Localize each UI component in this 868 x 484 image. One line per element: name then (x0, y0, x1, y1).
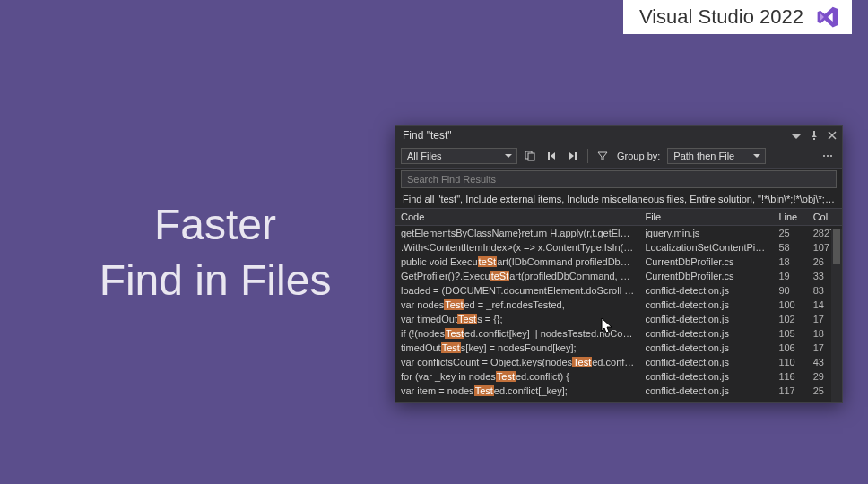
cell-line: 117 (773, 384, 807, 398)
cell-file: conflict-detection.js (639, 341, 773, 355)
cell-line: 106 (773, 341, 807, 355)
cell-file: CurrentDbProfiler.cs (639, 255, 773, 269)
col-line[interactable]: Line (773, 209, 807, 226)
headline-line1: Faster (81, 197, 350, 253)
table-row[interactable]: if (!(nodesTested.conflict[key] || nodes… (395, 326, 842, 341)
table-row[interactable]: var item = nodesTested.conflict[_key];co… (395, 384, 842, 398)
cell-file: conflict-detection.js (639, 312, 773, 326)
product-badge: Visual Studio 2022 (623, 0, 852, 34)
svg-rect-1 (528, 153, 534, 160)
cell-file: conflict-detection.js (639, 283, 773, 298)
cell-file: conflict-detection.js (639, 369, 773, 384)
cell-file: LocalizationSetContentPic… (639, 240, 773, 255)
cell-line: 100 (773, 298, 807, 312)
cell-code: var conflictsCount = Object.keys(nodesTe… (395, 355, 639, 369)
panel-title: Find "test" (403, 129, 452, 142)
window-menu-icon[interactable] (790, 129, 803, 142)
cell-code: getElementsByClassName}return H.apply(r,… (395, 226, 639, 241)
table-row[interactable]: getElementsByClassName}return H.apply(r,… (395, 226, 842, 241)
visual-studio-logo-icon (816, 5, 839, 29)
cell-code: var item = nodesTested.conflict[_key]; (395, 384, 639, 398)
clear-filter-icon[interactable] (594, 147, 612, 165)
cell-line: 102 (773, 312, 807, 326)
table-row[interactable]: var nodesTested = _ref.nodesTested,confl… (395, 298, 842, 312)
slide-headline: Faster Find in Files (81, 197, 350, 309)
cell-code: var timedOutTests = {}; (395, 312, 639, 326)
table-row[interactable]: var conflictsCount = Object.keys(nodesTe… (395, 355, 842, 369)
next-result-icon[interactable] (564, 147, 582, 165)
cell-line: 116 (773, 369, 807, 384)
cell-code: .With<ContentItemIndex>(x => x.ContentTy… (395, 240, 639, 255)
cell-code: public void ExecuteStart(IDbCommand prof… (395, 255, 639, 269)
status-line: Find all "test", Include external items,… (395, 190, 842, 209)
close-icon[interactable] (826, 129, 838, 142)
svg-point-2 (823, 155, 825, 157)
cell-code: if (!(nodesTested.conflict[key] || nodes… (395, 326, 639, 341)
svg-point-3 (827, 155, 829, 157)
scrollbar-thumb[interactable] (833, 229, 840, 264)
panel-titlebar: Find "test" (395, 126, 842, 144)
cell-file: conflict-detection.js (639, 355, 773, 369)
cell-file: conflict-detection.js (639, 298, 773, 312)
cell-code: for (var _key in nodesTested.conflict) { (395, 369, 639, 384)
scope-dropdown[interactable]: All Files (401, 148, 517, 164)
cell-code: timedOutTests[key] = nodesFound[key]; (395, 341, 639, 355)
table-row[interactable]: var timedOutTests = {};conflict-detectio… (395, 312, 842, 326)
cell-file: jquery.min.js (639, 226, 773, 241)
copy-icon[interactable] (521, 147, 539, 165)
pin-icon[interactable] (808, 129, 820, 142)
table-row[interactable]: for (var _key in nodesTested.conflict) {… (395, 369, 842, 384)
col-code[interactable]: Code (395, 209, 639, 226)
vertical-scrollbar[interactable] (831, 229, 842, 402)
cell-line: 90 (773, 283, 807, 298)
col-col[interactable]: Col (808, 209, 842, 226)
group-by-dropdown[interactable]: Path then File (667, 148, 766, 164)
cell-file: CurrentDbProfiler.cs (639, 269, 773, 283)
col-file[interactable]: File (639, 209, 773, 226)
cell-line: 18 (773, 255, 807, 269)
toolbar-divider (587, 149, 588, 163)
cell-line: 105 (773, 326, 807, 341)
product-label: Visual Studio 2022 (639, 5, 803, 29)
cell-file: conflict-detection.js (639, 326, 773, 341)
previous-result-icon[interactable] (542, 147, 560, 165)
table-row[interactable]: loaded = (DOCUMENT.documentElement.doScr… (395, 283, 842, 298)
cell-code: GetProfiler()?.ExecuteStart(profiledDbCo… (395, 269, 639, 283)
cell-line: 19 (773, 269, 807, 283)
search-input[interactable]: Search Find Results (401, 170, 837, 188)
table-row[interactable]: timedOutTests[key] = nodesFound[key];con… (395, 341, 842, 355)
table-row[interactable]: GetProfiler()?.ExecuteStart(profiledDbCo… (395, 269, 842, 283)
cell-line: 58 (773, 240, 807, 255)
cell-line: 110 (773, 355, 807, 369)
panel-toolbar: All Files Group by: Path then File (395, 144, 842, 169)
cell-code: var nodesTested = _ref.nodesTested, (395, 298, 639, 312)
results-table-container: Code File Line Col getElementsByClassNam… (395, 209, 842, 402)
svg-point-4 (830, 155, 832, 157)
overflow-icon[interactable] (819, 147, 837, 165)
table-row[interactable]: public void ExecuteStart(IDbCommand prof… (395, 255, 842, 269)
cell-file: conflict-detection.js (639, 384, 773, 398)
group-by-label: Group by: (617, 151, 660, 161)
results-table: Code File Line Col getElementsByClassNam… (395, 209, 842, 398)
table-row[interactable]: .With<ContentItemIndex>(x => x.ContentTy… (395, 240, 842, 255)
cell-line: 25 (773, 226, 807, 241)
cell-code: loaded = (DOCUMENT.documentElement.doScr… (395, 283, 639, 298)
headline-line2: Find in Files (81, 253, 350, 308)
find-results-panel: Find "test" All Files Group by: P (395, 125, 843, 403)
